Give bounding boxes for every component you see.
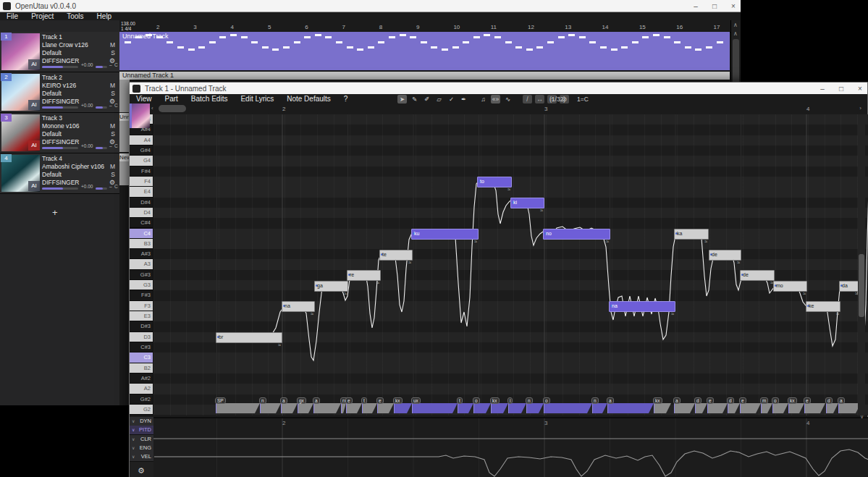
track-row[interactable]: 1AITrack 1Llane Crow v126MDefaultSDIFFSI… bbox=[0, 32, 119, 72]
phoneme-label[interactable]: kx bbox=[393, 397, 403, 404]
vibrato-toggle-icon[interactable]: ≈ bbox=[704, 239, 707, 244]
ruler-tempo[interactable]: 138.00 bbox=[121, 21, 135, 26]
pitch-anchor-mode-icon[interactable]: ↔ bbox=[535, 95, 544, 104]
menu-item-file[interactable]: File bbox=[0, 12, 25, 20]
close-button[interactable]: × bbox=[729, 2, 738, 10]
pianoroll-titlebar[interactable]: Track 1 - Unnamed Track – □ × bbox=[130, 83, 867, 95]
part-sliver[interactable]: New Part bbox=[119, 153, 130, 185]
vibrato-toggle-icon[interactable]: ≈ bbox=[836, 311, 839, 316]
phoneme-SP[interactable] bbox=[216, 403, 260, 413]
mute-button[interactable]: M bbox=[110, 122, 115, 130]
menu-item-?[interactable]: ? bbox=[337, 95, 355, 103]
phoneme-label[interactable]: a bbox=[673, 397, 681, 404]
phoneme-label[interactable]: o bbox=[473, 397, 480, 404]
chevron-down-icon[interactable]: ∨ bbox=[132, 435, 135, 444]
phoneme-label[interactable]: e bbox=[345, 397, 353, 404]
piano-key-b2[interactable]: B2 bbox=[130, 363, 153, 373]
vibrato-toggle-icon[interactable]: ≈ bbox=[540, 208, 543, 213]
ruler-meter[interactable]: 1 4/4 bbox=[121, 26, 135, 31]
track-phonemizer[interactable]: DefaultS bbox=[42, 90, 118, 98]
solo-button[interactable]: S bbox=[111, 49, 115, 57]
note-ga[interactable]: ga≈ bbox=[314, 281, 348, 292]
piano-key-g2[interactable]: G2 bbox=[130, 405, 153, 415]
note-re[interactable]: re≈ bbox=[347, 270, 381, 281]
chevron-down-icon[interactable]: ∨ bbox=[132, 426, 135, 434]
phoneme-o[interactable] bbox=[544, 403, 592, 413]
cursor-tool-icon[interactable]: ➤ bbox=[397, 95, 407, 104]
phoneme-label[interactable]: e bbox=[739, 397, 746, 404]
phoneme-ux[interactable] bbox=[412, 403, 458, 413]
piano-keys[interactable]: B4A#4A4G#4G4F#4F4E4D#4D4C#4C4B3A#3A3G#3G… bbox=[130, 114, 153, 415]
minimize-button[interactable]: – bbox=[818, 85, 827, 93]
phoneme-label[interactable]: e bbox=[376, 397, 384, 404]
vibrato-toggle-icon[interactable]: ≈ bbox=[737, 260, 740, 265]
piano-key-ds4[interactable]: D#4 bbox=[130, 198, 153, 208]
piano-key-g3[interactable]: G3 bbox=[130, 280, 153, 290]
scroll-left-icon[interactable]: ‹ bbox=[151, 105, 153, 111]
pitch-line-mode-icon[interactable]: / bbox=[523, 95, 532, 104]
vibrato-toggle-icon[interactable]: ≈ bbox=[376, 280, 379, 285]
pen-tool-icon[interactable]: ✒ bbox=[459, 95, 468, 104]
vibrato-toggle-icon[interactable]: ≈ bbox=[344, 291, 347, 296]
vscrollbar-thumb[interactable] bbox=[859, 254, 864, 317]
note-to[interactable]: to≈ bbox=[477, 177, 512, 187]
piano-key-d3[interactable]: D3 bbox=[130, 332, 153, 342]
minimize-button[interactable]: – bbox=[691, 2, 700, 10]
phoneme-label[interactable]: kx bbox=[490, 397, 500, 404]
expression-row-eng[interactable]: ∨ENG bbox=[130, 444, 153, 453]
chevron-down-icon[interactable]: ∨ bbox=[132, 417, 135, 426]
expression-row-dyn[interactable]: ∨DYN bbox=[130, 417, 153, 426]
phoneme-label[interactable]: d bbox=[825, 397, 833, 404]
piano-key-b3[interactable]: B3 bbox=[130, 239, 153, 249]
scroll-right-icon[interactable]: › bbox=[859, 105, 861, 111]
menu-item-view[interactable]: View bbox=[130, 95, 159, 103]
phoneme-label[interactable]: kx bbox=[653, 397, 662, 404]
note-de[interactable]: de≈ bbox=[740, 270, 775, 281]
piano-key-e3[interactable]: E3 bbox=[130, 311, 153, 321]
note-mo[interactable]: mo≈ bbox=[773, 281, 807, 292]
menu-item-batch-edits[interactable]: Batch Edits bbox=[185, 95, 235, 103]
piano-key-d4[interactable]: D4 bbox=[130, 208, 153, 218]
pan-slider[interactable] bbox=[96, 187, 107, 190]
piano-key-ds3[interactable]: D#3 bbox=[130, 321, 153, 332]
note-ke[interactable]: ke≈ bbox=[806, 301, 840, 312]
close-button[interactable]: × bbox=[856, 85, 864, 93]
phoneme-label[interactable]: ux bbox=[411, 397, 421, 404]
piano-key-c3[interactable]: C3 bbox=[130, 353, 153, 363]
phoneme-label[interactable]: i bbox=[507, 397, 513, 404]
phoneme-label[interactable]: n bbox=[591, 397, 599, 404]
piano-key-as2[interactable]: A#2 bbox=[130, 373, 153, 384]
vibrato-toggle-icon[interactable]: ≈ bbox=[507, 187, 510, 192]
key-indicator[interactable]: 1=C bbox=[577, 96, 589, 103]
track-phonemizer[interactable]: DefaultS bbox=[42, 171, 118, 179]
track-phonemizer[interactable]: DefaultS bbox=[42, 49, 118, 57]
note-de[interactable]: de≈ bbox=[709, 250, 741, 261]
piano-key-as3[interactable]: A#3 bbox=[130, 249, 153, 259]
phoneme-collapse-icon[interactable]: ∨ bbox=[860, 414, 864, 420]
phoneme-label[interactable]: a bbox=[607, 397, 614, 404]
chevron-down-icon[interactable]: ∨ bbox=[132, 452, 135, 461]
vibrato-toggle-icon[interactable]: ≈ bbox=[311, 311, 313, 316]
chevron-down-icon[interactable]: ∨ bbox=[132, 444, 135, 452]
piano-key-gs2[interactable]: G#2 bbox=[130, 394, 153, 405]
phoneme-label[interactable]: t bbox=[361, 397, 367, 404]
pitch-pencil-tool-icon[interactable]: ✐ bbox=[422, 95, 431, 104]
maximize-button[interactable]: □ bbox=[710, 2, 719, 10]
track-singer[interactable]: Monone v106M bbox=[42, 122, 118, 130]
note-ku[interactable]: ku≈ bbox=[411, 229, 479, 240]
expression-row-vel[interactable]: ∨VEL bbox=[130, 452, 153, 462]
phoneme-label[interactable]: a bbox=[838, 397, 845, 404]
resolution-indicator[interactable]: (1/32) bbox=[549, 96, 565, 103]
note-da[interactable]: da≈ bbox=[839, 281, 859, 292]
phoneme-label[interactable]: m bbox=[760, 397, 768, 404]
volume-slider[interactable] bbox=[42, 66, 78, 68]
piano-key-fs3[interactable]: F#3 bbox=[130, 290, 153, 300]
menu-item-project[interactable]: Project bbox=[25, 12, 60, 20]
solo-button[interactable]: S bbox=[111, 171, 115, 179]
part-sliver[interactable] bbox=[119, 80, 130, 112]
menu-item-note-defaults[interactable]: Note Defaults bbox=[280, 95, 337, 103]
phoneme-label[interactable]: n bbox=[259, 397, 266, 404]
piano-key-c4[interactable]: C4 bbox=[130, 229, 153, 239]
piano-key-cs3[interactable]: C#3 bbox=[130, 342, 153, 353]
expression-row-clr[interactable]: ∨CLR bbox=[130, 435, 153, 444]
